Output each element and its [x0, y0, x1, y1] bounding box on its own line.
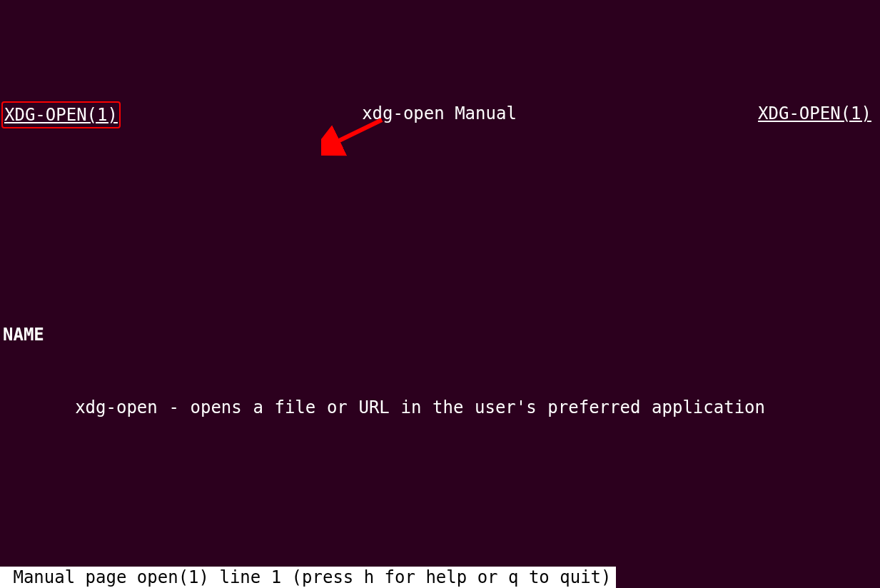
section-name-heading: NAME	[3, 323, 877, 347]
section-name-text: xdg-open - opens a file or URL in the us…	[3, 395, 859, 420]
manpage-status-bar: Manual page open(1) line 1 (press h for …	[0, 567, 616, 588]
manpage-header-right: XDG-OPEN(1)	[758, 101, 877, 128]
terminal-manpage[interactable]: XDG-OPEN(1) xdg-open Manual XDG-OPEN(1) …	[0, 0, 880, 588]
manpage-header-left: XDG-OPEN(1)	[1, 101, 121, 128]
manpage-header-center: xdg-open Manual	[121, 101, 758, 128]
manpage-header: XDG-OPEN(1) xdg-open Manual XDG-OPEN(1)	[3, 101, 877, 128]
manpage-content: XDG-OPEN(1) xdg-open Manual XDG-OPEN(1) …	[0, 0, 880, 588]
